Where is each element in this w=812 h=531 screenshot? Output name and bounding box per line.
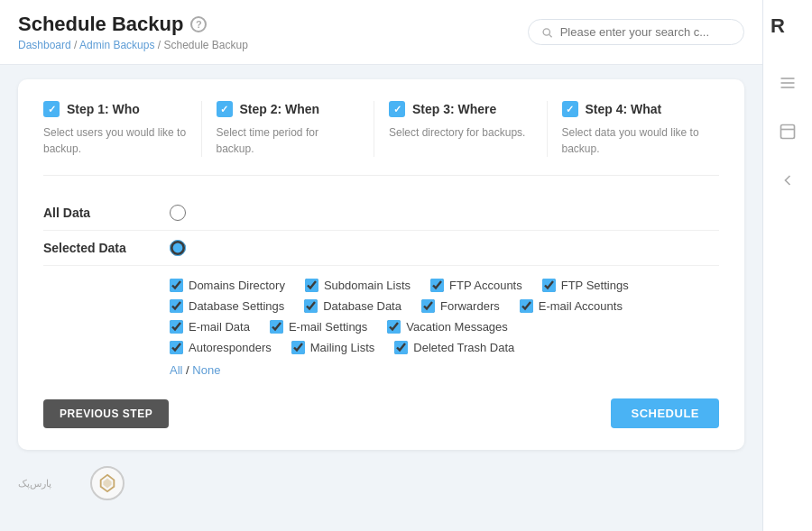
buttons-row: PREVIOUS STEP SCHEDULE: [43, 398, 719, 428]
svg-marker-4: [103, 479, 111, 489]
step-2-title: Step 2: When: [217, 101, 360, 117]
checkbox-database-settings[interactable]: Database Settings: [170, 299, 284, 313]
step-4: Step 4: What Select data you would like …: [547, 101, 720, 157]
header-left: Schedule Backup ? Dashboard / Admin Back…: [18, 13, 248, 51]
selected-data-radio[interactable]: [170, 240, 186, 256]
selected-data-row: Selected Data: [43, 231, 719, 266]
breadcrumb-current: Schedule Backup: [163, 39, 247, 51]
sidebar-icon-3[interactable]: [771, 164, 804, 197]
step-3-check: [389, 101, 405, 117]
select-all-link[interactable]: All: [170, 363, 182, 377]
search-bar[interactable]: [528, 19, 744, 45]
checkbox-forwarders[interactable]: Forwarders: [421, 299, 500, 313]
step-1-label: Step 1: Who: [67, 102, 140, 116]
help-icon[interactable]: ?: [190, 16, 207, 32]
step-3-title: Step 3: Where: [389, 101, 532, 117]
all-data-label: All Data: [43, 206, 152, 220]
step-2-desc: Select time period for backup.: [217, 124, 360, 157]
step-4-desc: Select data you would like to backup.: [562, 124, 706, 157]
checkbox-ftp-settings[interactable]: FTP Settings: [542, 279, 629, 292]
step-3: Step 3: Where Select directory for backu…: [374, 101, 547, 157]
checkboxes-area: Domains Directory Subdomain Lists FTP Ac…: [170, 279, 719, 377]
main-card: Step 1: Who Select users you would like …: [18, 79, 744, 450]
schedule-button[interactable]: SCHEDULE: [611, 398, 719, 428]
step-4-title: Step 4: What: [562, 101, 706, 117]
breadcrumb: Dashboard / Admin Backups / Schedule Bac…: [18, 39, 248, 51]
header: Schedule Backup ? Dashboard / Admin Back…: [0, 0, 762, 65]
step-2-check: [217, 101, 233, 117]
svg-line-1: [549, 34, 552, 37]
steps-row: Step 1: Who Select users you would like …: [43, 101, 719, 176]
previous-step-button[interactable]: PREVIOUS STEP: [43, 399, 169, 428]
checkbox-mailing-lists[interactable]: Mailing Lists: [291, 341, 375, 354]
checkbox-email-data[interactable]: E-mail Data: [170, 320, 250, 334]
parspack-text-icon: پارس‌پک: [18, 469, 81, 496]
breadcrumb-dashboard[interactable]: Dashboard: [18, 39, 71, 51]
checkbox-email-accounts[interactable]: E-mail Accounts: [520, 299, 623, 313]
breadcrumb-admin-backups[interactable]: Admin Backups: [79, 39, 154, 51]
checkbox-email-settings[interactable]: E-mail Settings: [270, 320, 367, 334]
all-data-radio[interactable]: [170, 205, 186, 221]
checkbox-row-3: E-mail Data E-mail Settings Vacation Mes…: [170, 320, 719, 334]
step-3-desc: Select directory for backups.: [389, 124, 532, 141]
selected-data-label: Selected Data: [43, 241, 152, 255]
page-title-text: Schedule Backup: [18, 13, 183, 36]
sidebar-icon-2[interactable]: [771, 115, 804, 148]
step-1-check: [43, 101, 60, 117]
body-area: Step 1: Who Select users you would like …: [0, 65, 762, 515]
sidebar-icon-1[interactable]: [771, 67, 804, 99]
step-1-title: Step 1: Who: [43, 101, 187, 117]
step-1-desc: Select users you would like to backup.: [43, 124, 187, 157]
checkbox-domains-directory[interactable]: Domains Directory: [170, 279, 285, 292]
select-links: All / None: [170, 363, 719, 377]
step-2-label: Step 2: When: [240, 102, 320, 116]
parspack-logo: [90, 466, 125, 500]
checkbox-ftp-accounts[interactable]: FTP Accounts: [430, 279, 522, 292]
checkbox-row-2: Database Settings Database Data Forwarde…: [170, 299, 719, 313]
step-2: Step 2: When Select time period for back…: [201, 101, 374, 157]
checkbox-row-1: Domains Directory Subdomain Lists FTP Ac…: [170, 279, 719, 292]
svg-text:پارس‌پک: پارس‌پک: [18, 478, 51, 490]
checkbox-subdomain-lists[interactable]: Subdomain Lists: [305, 279, 411, 292]
step-1: Step 1: Who Select users you would like …: [43, 101, 201, 157]
search-icon: [541, 26, 553, 39]
brand-text-logo: پارس‌پک: [18, 469, 81, 499]
sidebar-partial-label: R: [770, 14, 786, 38]
right-sidebar: R: [762, 0, 812, 531]
footer-brand: پارس‌پک: [18, 466, 744, 500]
select-none-link[interactable]: None: [192, 363, 220, 377]
all-data-row: All Data: [43, 196, 719, 231]
checkbox-database-data[interactable]: Database Data: [304, 299, 401, 313]
step-3-label: Step 3: Where: [412, 102, 496, 116]
checkbox-deleted-trash[interactable]: Deleted Trash Data: [394, 341, 514, 354]
page-title: Schedule Backup ?: [18, 13, 248, 36]
svg-rect-8: [781, 125, 795, 139]
checkbox-vacation-messages[interactable]: Vacation Messages: [387, 320, 508, 334]
step-4-label: Step 4: What: [586, 102, 662, 116]
svg-point-0: [543, 28, 549, 34]
search-input[interactable]: [560, 25, 731, 39]
checkbox-row-4: Autoresponders Mailing Lists Deleted Tra…: [170, 341, 719, 354]
step-4-check: [562, 101, 578, 117]
checkbox-autoresponders[interactable]: Autoresponders: [170, 341, 272, 354]
